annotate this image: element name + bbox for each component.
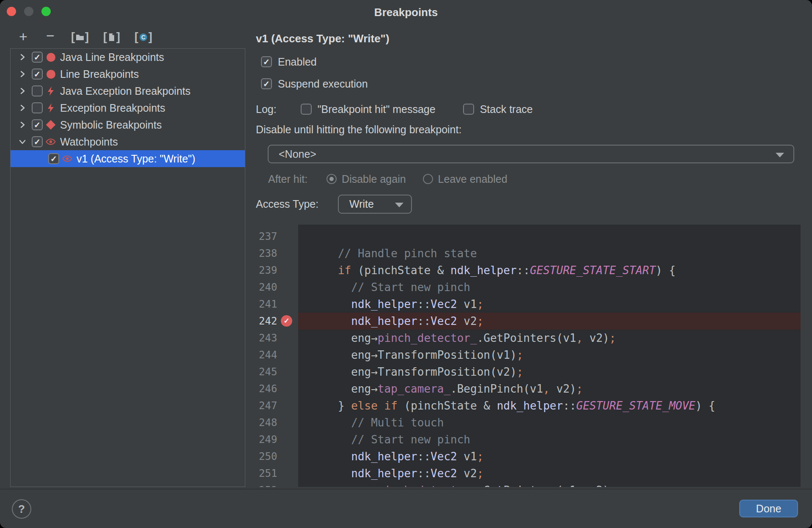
tree-item[interactable]: Exception Breakpoints (11, 99, 245, 116)
chevron-right-icon[interactable] (17, 52, 28, 63)
help-button[interactable]: ? (12, 499, 31, 519)
code-line: 245 eng→TransformPosition(v2); (252, 363, 801, 380)
log-label: Log: (256, 103, 277, 116)
access-type-row: Access Type: (256, 198, 318, 209)
line-number[interactable]: 247 (252, 397, 298, 414)
done-button[interactable]: Done (739, 500, 798, 517)
code-line: 246 eng→tap_camera_.BeginPinch(v1, v2); (252, 380, 801, 397)
tree-item-label: Line Breakpoints (60, 68, 139, 80)
line-number[interactable]: 244 (252, 346, 298, 363)
chevron-right-icon[interactable] (17, 85, 28, 96)
line-number[interactable]: 240 (252, 279, 298, 296)
eye-breakpoint-icon (46, 137, 56, 147)
line-number[interactable]: 238 (252, 245, 298, 262)
breakpoints-toolbar: +−[][][C] (17, 30, 152, 45)
disable-until-label: Disable until hitting the following brea… (256, 124, 461, 136)
group-by-class-icon[interactable]: [C] (134, 30, 152, 44)
tree-item-label: Exception Breakpoints (60, 102, 165, 114)
code-text: eng→tap_camera_.BeginPinch(v1, v2); (298, 380, 583, 397)
tree-item[interactable]: ✓Symbolic Breakpoints (11, 116, 245, 133)
code-text: // Start new pinch (298, 431, 470, 448)
eye-breakpoint-icon (62, 154, 72, 164)
remove-icon[interactable]: − (44, 30, 57, 44)
tree-item-label: Java Line Breakpoints (60, 51, 164, 63)
line-number[interactable]: 249 (252, 431, 298, 448)
tree-item-label: Symbolic Breakpoints (60, 119, 162, 131)
code-line: 242 ndk_helper::Vec2 v2; (252, 313, 801, 330)
code-text: ndk_helper::Vec2 v2; (298, 313, 483, 330)
code-text: eng→pinch_detector_.GetPointers(v1, v2); (298, 330, 616, 346)
code-text: } else if (pinchState & ndk_helper::GEST… (298, 397, 715, 414)
stack-trace-checkbox[interactable] (463, 104, 474, 115)
code-text: eng→TransformPosition(v1); (298, 346, 523, 363)
code-text: ndk_helper::Vec2 v1; (298, 448, 483, 465)
line-number[interactable]: 251 (252, 465, 298, 482)
titlebar: Breakpoints (0, 0, 812, 24)
after-hit-label: After hit: (268, 173, 307, 185)
code-text: if (pinchState & ndk_helper::GESTURE_STA… (298, 262, 675, 279)
chevron-right-icon[interactable] (17, 102, 28, 113)
tree-item-checkbox[interactable]: ✓ (32, 69, 43, 80)
line-number[interactable]: 237 (252, 228, 298, 245)
tree-item-checkbox[interactable] (32, 85, 43, 96)
tree-item[interactable]: ✓Java Line Breakpoints (11, 49, 245, 66)
leave-enabled-radio[interactable] (423, 174, 433, 184)
code-text: ndk_helper::Vec2 v2; (298, 465, 483, 482)
code-text: eng→pinch_detector_.GetPointers(v1, v2) (298, 482, 609, 487)
add-icon[interactable]: + (17, 30, 30, 44)
tree-item[interactable]: ✓Watchpoints (11, 133, 245, 150)
code-line: 237 (252, 228, 801, 245)
tree-item-label: Watchpoints (60, 136, 118, 148)
chevron-down-icon (395, 203, 403, 207)
chevron-down-icon (776, 153, 784, 157)
tree-item[interactable]: Java Exception Breakpoints (11, 82, 245, 99)
chevron-right-icon[interactable] (17, 69, 28, 80)
access-type-dropdown[interactable]: Write (338, 195, 412, 214)
line-number[interactable]: 239 (252, 262, 298, 279)
suspend-execution-label: Suspend execution (278, 78, 368, 90)
chevron-down-icon[interactable] (17, 136, 28, 147)
line-number[interactable]: 250 (252, 448, 298, 465)
after-hit-row: After hit: Disable again Leave enabled (268, 173, 508, 184)
tree-item[interactable]: ✓v1 (Access Type: "Write") (11, 150, 245, 167)
tree-item-checkbox[interactable]: ✓ (32, 52, 43, 63)
tree-item-checkbox[interactable] (32, 102, 43, 113)
code-line: 240 // Start new pinch (252, 279, 801, 296)
line-number[interactable]: 243 (252, 330, 298, 346)
code-text: eng→TransformPosition(v2); (298, 363, 523, 380)
disable-again-radio[interactable] (326, 174, 337, 184)
tree-item-checkbox[interactable]: ✓ (48, 153, 59, 164)
tree-item-checkbox[interactable]: ✓ (32, 119, 43, 130)
code-line: 249 // Start new pinch (252, 431, 801, 448)
line-number[interactable]: 248 (252, 414, 298, 431)
line-number[interactable]: 245 (252, 363, 298, 380)
code-text: // Handle pinch state (298, 245, 477, 262)
bolt-breakpoint-icon (46, 86, 56, 96)
circle-breakpoint-icon (46, 52, 56, 62)
code-line: 252 eng→pinch_detector_.GetPointers(v1, … (252, 482, 801, 487)
enabled-checkbox[interactable]: ✓ (261, 56, 272, 67)
disable-until-dropdown[interactable]: <None> (268, 145, 794, 163)
code-line: 244 eng→TransformPosition(v1); (252, 346, 801, 363)
tree-item[interactable]: ✓Line Breakpoints (11, 66, 245, 82)
breakpoint-detail-title: v1 (Access Type: "Write") (256, 32, 390, 45)
leave-enabled-label: Leave enabled (438, 173, 508, 185)
diamond-breakpoint-icon (46, 120, 56, 130)
code-line: 251 ndk_helper::Vec2 v2; (252, 465, 801, 482)
suspend-execution-checkbox[interactable]: ✓ (261, 78, 272, 89)
group-by-file-icon[interactable]: [] (103, 30, 120, 44)
code-line: 241 ndk_helper::Vec2 v1; (252, 296, 801, 313)
line-number[interactable]: 246 (252, 380, 298, 397)
tree-item-checkbox[interactable]: ✓ (32, 136, 43, 147)
chevron-right-icon[interactable] (17, 119, 28, 130)
disable-until-row: Disable until hitting the following brea… (256, 124, 461, 135)
code-line: 243 eng→pinch_detector_.GetPointers(v1, … (252, 330, 801, 346)
breakpoint-hit-message-checkbox[interactable] (301, 104, 312, 115)
verified-breakpoint-icon[interactable]: ✓ (281, 315, 292, 327)
disable-until-value: <None> (279, 148, 316, 160)
window-title: Breakpoints (0, 6, 812, 19)
line-number[interactable]: 241 (252, 296, 298, 313)
group-by-folder-icon[interactable]: [] (71, 30, 89, 44)
svg-text:C: C (141, 34, 145, 41)
line-number[interactable]: 252 (252, 482, 298, 487)
